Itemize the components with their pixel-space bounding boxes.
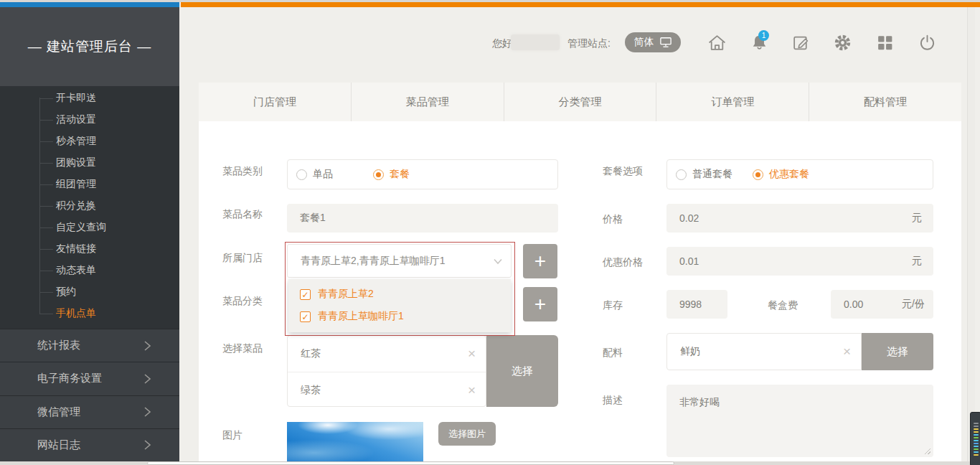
close-icon[interactable]: × — [468, 382, 476, 398]
user-name-redacted — [511, 34, 560, 50]
chevron-right-icon — [142, 406, 152, 418]
field-label-category: 菜品类别 — [222, 165, 263, 178]
close-icon[interactable]: × — [843, 344, 851, 360]
apps-grid-icon[interactable] — [875, 33, 895, 55]
screen: — 建站管理后台 — 开卡即送 活动设置 秒杀管理 团购设置 组团管理 积分兑换… — [0, 0, 980, 465]
dish-image-preview — [287, 422, 423, 461]
resize-handle[interactable] — [923, 447, 930, 454]
chevron-down-icon — [492, 255, 504, 267]
description-textarea[interactable]: 非常好喝 — [666, 385, 933, 457]
unit-yuan: 元 — [912, 255, 922, 268]
radio-combo[interactable] — [373, 169, 384, 180]
field-label-store: 所属门店 — [222, 252, 263, 265]
combo-radio-group: 普通套餐 优惠套餐 — [666, 159, 933, 189]
field-label-price: 价格 — [603, 213, 623, 226]
field-label-description: 描述 — [603, 394, 623, 407]
sidebar-item-huodongshezhi[interactable]: 活动设置 — [0, 109, 179, 131]
accent-bar-blue — [0, 2, 179, 7]
sidebar-item-kaikajisong[interactable]: 开卡即送 — [0, 88, 179, 109]
choose-dishes-button[interactable]: 选择 — [486, 335, 558, 407]
field-label-discount-price: 优惠价格 — [603, 256, 643, 269]
radio-normal-combo-label: 普通套餐 — [692, 168, 732, 181]
sidebar-item-jifenduihuan[interactable]: 积分兑换 — [0, 195, 179, 217]
field-label-dishes: 选择菜品 — [222, 342, 263, 355]
edit-icon[interactable] — [791, 33, 811, 55]
sidebar-item-tuangoushezhi[interactable]: 团购设置 — [0, 152, 179, 174]
discount-price-input[interactable]: 0.01 元 — [666, 247, 933, 276]
checkbox-checked[interactable]: ✓ — [300, 311, 311, 322]
app-title: — 建站管理后台 — — [0, 7, 179, 86]
radio-discount-combo-label: 优惠套餐 — [769, 168, 809, 181]
radio-combo-label: 套餐 — [390, 168, 410, 181]
field-label-stock: 库存 — [603, 299, 623, 312]
sidebar-item-youqinglianjie[interactable]: 友情链接 — [0, 238, 179, 260]
field-label-ingredient: 配料 — [603, 347, 623, 360]
greeting-text: 您好 — [492, 37, 512, 50]
sidebar-item-zutuanguanli[interactable]: 组团管理 — [0, 174, 179, 195]
tab-order-management[interactable]: 订单管理 — [656, 83, 809, 121]
store-option-1[interactable]: ✓ 青青原上草2 — [300, 288, 374, 301]
sidebar-item-yuyue[interactable]: 预约 — [0, 281, 179, 303]
notification-badge: 1 — [758, 30, 769, 41]
box-fee-input[interactable]: 0.00 元/份 — [831, 290, 933, 319]
site-label: 管理站点: — [567, 37, 611, 50]
tab-dish-management[interactable]: 菜品管理 — [351, 83, 504, 121]
accent-bar-orange — [181, 2, 980, 7]
field-label-combo-option: 套餐选项 — [603, 165, 643, 178]
tab-ingredient-management[interactable]: 配料管理 — [809, 83, 961, 121]
chevron-right-icon — [142, 439, 152, 451]
tab-bar: 门店管理 菜品管理 分类管理 订单管理 配料管理 — [199, 83, 961, 122]
sidebar-submenu: 开卡即送 活动设置 秒杀管理 团购设置 组团管理 积分兑换 自定义查询 友情链接… — [0, 88, 179, 324]
sidebar-groups: 统计报表 电子商务设置 微信管理 网站日志 — [0, 329, 179, 461]
sidebar-item-shoujidiandan-active[interactable]: 手机点单 — [0, 303, 179, 324]
radio-discount-combo[interactable] — [753, 169, 763, 180]
sidebar-group-tongjibaobiao[interactable]: 统计报表 — [0, 329, 179, 362]
horizontal-scrollbar-thumb[interactable] — [147, 461, 674, 465]
sidebar-group-dianzishangwu[interactable]: 电子商务设置 — [0, 362, 179, 395]
dish-row: 绿茶 × — [288, 372, 486, 408]
store-dropdown-panel: ✓ 青青原上草2 ✓ 青青原上草咖啡厅1 — [288, 279, 511, 332]
home-icon[interactable] — [707, 33, 727, 55]
field-label-image: 图片 — [222, 429, 242, 442]
dish-name-input[interactable]: 套餐1 — [287, 204, 558, 232]
gear-icon[interactable] — [833, 33, 852, 55]
choose-image-button[interactable]: 选择图片 — [438, 422, 496, 446]
add-store-button[interactable]: + — [523, 244, 557, 278]
sidebar-item-miaoshaguanli[interactable]: 秒杀管理 — [0, 131, 179, 152]
tab-category-management[interactable]: 分类管理 — [504, 83, 656, 121]
stock-input[interactable]: 9998 — [666, 290, 727, 319]
power-icon[interactable] — [918, 33, 937, 55]
language-switch-button[interactable]: 简体 — [625, 32, 681, 52]
unit-yuan-per-serving: 元/份 — [902, 298, 925, 311]
sidebar-item-dongtaibiaodan[interactable]: 动态表单 — [0, 260, 179, 281]
vertical-scrollbar[interactable] — [967, 7, 975, 461]
radio-single-label: 单品 — [313, 168, 333, 181]
tab-store-management[interactable]: 门店管理 — [199, 83, 351, 121]
unit-yuan: 元 — [912, 212, 922, 225]
checkbox-checked[interactable]: ✓ — [300, 289, 311, 300]
sidebar-group-weixinguanli[interactable]: 微信管理 — [0, 395, 179, 428]
price-input[interactable]: 0.02 元 — [666, 204, 933, 232]
category-radio-group: 单品 套餐 — [287, 159, 558, 189]
selected-dishes-list: 红茶 × 绿茶 × — [287, 335, 486, 407]
radio-normal-combo[interactable] — [676, 169, 687, 180]
chevron-right-icon — [142, 340, 152, 352]
sidebar-group-wangzhanrizhi[interactable]: 网站日志 — [0, 428, 179, 461]
scroll-marker-widget[interactable] — [970, 412, 980, 465]
close-icon[interactable]: × — [468, 346, 476, 362]
chevron-right-icon — [142, 373, 152, 385]
store-option-2[interactable]: ✓ 青青原上草咖啡厅1 — [300, 310, 404, 323]
radio-single[interactable] — [296, 169, 307, 180]
choose-ingredient-button[interactable]: 选择 — [862, 333, 933, 370]
field-label-classify: 菜品分类 — [222, 295, 263, 308]
field-label-name: 菜品名称 — [222, 208, 263, 221]
field-label-box-fee: 餐盒费 — [768, 299, 798, 312]
monitor-icon — [659, 37, 672, 48]
add-category-button[interactable]: + — [523, 287, 557, 321]
sidebar-item-zidingyichaxun[interactable]: 自定义查询 — [0, 217, 179, 238]
sidebar: — 建站管理后台 — 开卡即送 活动设置 秒杀管理 团购设置 组团管理 积分兑换… — [0, 7, 179, 461]
store-select[interactable]: 青青原上草2,青青原上草咖啡厅1 — [287, 244, 512, 278]
dish-row: 红茶 × — [288, 336, 486, 372]
ingredient-input[interactable]: 鲜奶 × — [666, 333, 862, 370]
